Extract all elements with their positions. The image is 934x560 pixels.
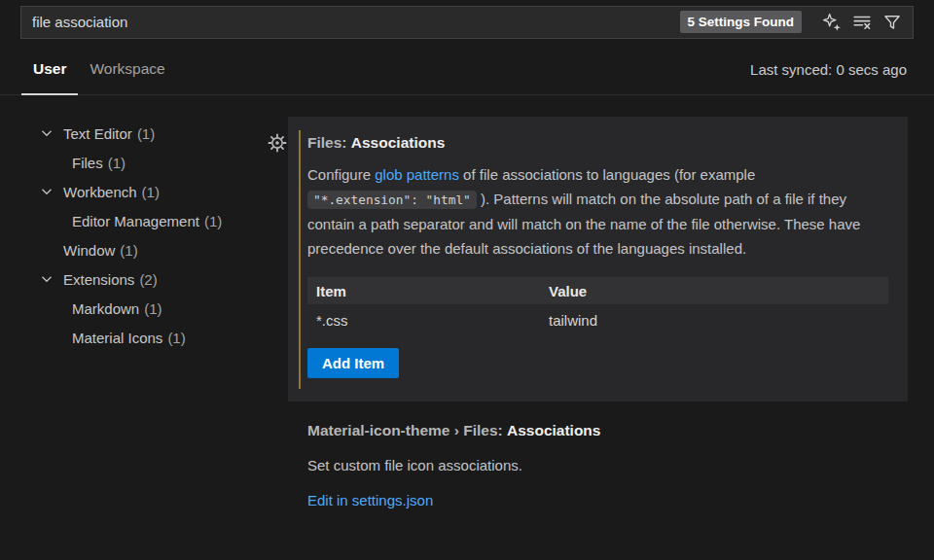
toc-item-workbench[interactable]: Workbench (1) xyxy=(0,177,257,206)
desc-text: Configure xyxy=(307,166,375,183)
setting-name: Associations xyxy=(507,422,600,438)
toc-label: Workbench xyxy=(63,184,137,200)
table-cell-value: tailwind xyxy=(549,312,888,329)
edit-in-settings-json-link[interactable]: Edit in settings.json xyxy=(307,492,433,508)
toc-label: Window xyxy=(63,242,115,259)
toc-label: Editor Management xyxy=(72,213,199,229)
toc-item-markdown[interactable]: Markdown (1) xyxy=(0,294,257,323)
scope-tab-bar: User Workspace Last synced: 0 secs ago xyxy=(0,44,934,95)
toc-count: (1) xyxy=(108,155,126,171)
code-example: "*.extension": "html" xyxy=(307,191,477,209)
toc-count: (1) xyxy=(137,125,155,142)
last-synced-status: Last synced: 0 secs ago xyxy=(750,61,907,78)
setting-category: Material-icon-theme › Files: xyxy=(307,422,507,438)
table-row[interactable]: *.css tailwind xyxy=(307,304,888,336)
table-header-item: Item xyxy=(307,283,549,299)
toc-count: (1) xyxy=(144,300,162,317)
add-item-button[interactable]: Add Item xyxy=(307,348,399,378)
tab-user[interactable]: User xyxy=(21,44,78,94)
toc-label: Material Icons xyxy=(72,330,162,346)
table-header-value: Value xyxy=(549,283,888,299)
search-bar: 5 Settings Found xyxy=(0,0,934,44)
setting-row-files-associations[interactable]: Files: Associations Configure glob patte… xyxy=(288,117,908,402)
toc-label: Files xyxy=(72,155,103,171)
chevron-down-icon[interactable] xyxy=(39,184,54,199)
results-count-badge: 5 Settings Found xyxy=(680,11,803,33)
toc-item-material-icons[interactable]: Material Icons (1) xyxy=(0,323,257,352)
toc-count: (1) xyxy=(120,242,137,259)
toc-item-text-editor[interactable]: Text Editor (1) xyxy=(0,119,257,148)
toc-count: (2) xyxy=(139,271,157,288)
setting-category: Files: xyxy=(307,134,351,151)
toc-item-editor-management[interactable]: Editor Management (1) xyxy=(0,206,257,235)
settings-search-box[interactable]: 5 Settings Found xyxy=(20,6,914,39)
toc-count: (1) xyxy=(167,330,185,346)
clear-search-results-icon[interactable] xyxy=(851,12,873,33)
tab-workspace-label: Workspace xyxy=(90,60,164,78)
toc-count: (1) xyxy=(204,213,222,229)
gear-icon[interactable] xyxy=(267,132,288,154)
setting-description: Configure glob patterns of file associat… xyxy=(307,162,888,261)
setting-description: Set custom file icon associations. xyxy=(307,453,892,477)
sparkle-icon[interactable] xyxy=(821,12,843,33)
toc-label: Markdown xyxy=(72,300,139,317)
table-cell-item: *.css xyxy=(307,312,549,329)
table-header-row: Item Value xyxy=(307,277,888,304)
setting-title: Files: Associations xyxy=(307,132,888,153)
toc-item-window[interactable]: Window (1) xyxy=(0,235,257,264)
toc-item-files[interactable]: Files (1) xyxy=(0,148,257,177)
setting-title: Material-icon-theme › Files: Association… xyxy=(307,420,908,440)
modified-indicator xyxy=(299,130,301,389)
settings-list: Files: Associations Configure glob patte… xyxy=(257,95,934,560)
settings-body: Text Editor (1) Files (1) Workbench (1) … xyxy=(0,95,934,560)
settings-toc: Text Editor (1) Files (1) Workbench (1) … xyxy=(0,95,257,560)
toc-label: Extensions xyxy=(63,271,134,288)
chevron-down-icon[interactable] xyxy=(39,271,54,287)
setting-row-material-icon-theme-associations[interactable]: Material-icon-theme › Files: Association… xyxy=(307,420,908,509)
toc-label: Text Editor xyxy=(63,125,132,142)
toc-count: (1) xyxy=(142,184,160,200)
tab-workspace[interactable]: Workspace xyxy=(78,44,176,94)
filter-icon[interactable] xyxy=(881,12,903,33)
chevron-down-icon[interactable] xyxy=(39,125,54,141)
associations-table: Item Value *.css tailwind xyxy=(307,277,888,336)
setting-name: Associations xyxy=(351,134,445,151)
settings-editor: { "search": { "value": "file association… xyxy=(0,0,934,560)
glob-patterns-link[interactable]: glob patterns xyxy=(375,166,459,183)
tab-user-label: User xyxy=(33,60,66,78)
desc-text: of file associations to languages (for e… xyxy=(459,166,755,183)
search-input[interactable] xyxy=(32,14,680,30)
toc-item-extensions[interactable]: Extensions (2) xyxy=(0,264,257,294)
